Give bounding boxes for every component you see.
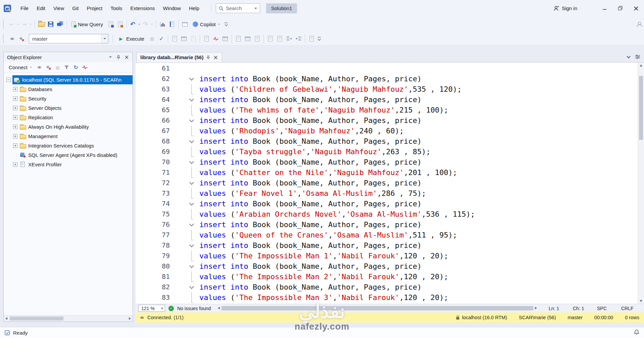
minimize-button[interactable] — [597, 0, 612, 16]
tree-item-management[interactable]: Management — [4, 131, 133, 141]
fold-collapse-icon[interactable] — [189, 115, 195, 126]
tree-item-replication[interactable]: Replication — [4, 113, 133, 122]
query-options-button[interactable] — [179, 34, 189, 44]
navigate-forward-button[interactable] — [20, 19, 33, 29]
fold-collapse-icon[interactable] — [189, 199, 195, 209]
code-line[interactable]: 82insert into Book (book_Name, Author, P… — [136, 282, 638, 292]
fold-collapse-icon[interactable] — [189, 157, 195, 167]
results-to-text-button[interactable] — [234, 34, 243, 44]
toolbar-overflow-button[interactable] — [223, 19, 229, 29]
oe-activity-button[interactable] — [81, 63, 89, 72]
execute-button[interactable]: Execute — [115, 34, 147, 44]
include-live-statistics-button[interactable] — [211, 34, 220, 44]
fold-collapse-icon[interactable] — [189, 94, 195, 105]
include-actual-plan-button[interactable] — [202, 34, 211, 44]
code-line[interactable]: 84insert into Book (book_Name, Author, P… — [136, 303, 638, 304]
specify-template-values-button[interactable] — [307, 34, 316, 44]
tree-item-server-objects[interactable]: Server Objects — [4, 103, 133, 113]
database-combo[interactable]: master — [29, 34, 108, 43]
scrollbar-thumb[interactable] — [10, 316, 63, 321]
new-query-button[interactable]: New Query — [68, 19, 106, 29]
scrollbar-thumb[interactable] — [639, 76, 643, 140]
parse-button[interactable] — [157, 34, 166, 44]
pin-icon[interactable] — [206, 55, 210, 59]
intellisense-enabled-button[interactable] — [189, 34, 198, 44]
code-line[interactable]: 68insert into Book (book_Name, Author, P… — [136, 136, 638, 146]
redo-button[interactable] — [141, 19, 154, 29]
close-tab-icon[interactable] — [213, 54, 218, 61]
collapse-box-icon[interactable] — [6, 78, 11, 82]
scroll-right-icon[interactable] — [129, 317, 131, 320]
code-line[interactable]: 80insert into Book (book_Name, Author, P… — [136, 261, 638, 271]
uncomment-selection-button[interactable] — [275, 34, 284, 44]
tree-item-security[interactable]: Security — [4, 94, 133, 103]
tree-item-sql-server-agent-agent-xps-disabled[interactable]: SQL Server Agent (Agent XPs disabled) — [4, 150, 133, 160]
registered-servers-button[interactable] — [167, 19, 177, 29]
expand-icon[interactable] — [13, 106, 17, 110]
results-to-grid-button[interactable] — [243, 34, 252, 44]
analysis-services-query-button[interactable] — [115, 19, 125, 29]
expand-icon[interactable] — [13, 134, 17, 138]
code-line[interactable]: 66insert into Book (book_Name, Author, P… — [136, 115, 638, 126]
menu-edit[interactable]: Edit — [33, 0, 49, 16]
scroll-right-icon[interactable] — [535, 307, 537, 309]
menu-help[interactable]: Help — [185, 0, 203, 16]
oe-stop-button[interactable] — [53, 63, 62, 72]
menu-view[interactable]: View — [49, 0, 68, 16]
scroll-left-icon[interactable] — [218, 307, 220, 309]
tree-item-server[interactable]: localhost (SQL Server 16.0.1170.5 - SCAR… — [4, 75, 133, 84]
code-line[interactable]: 77values ('Queen of the Cranes','Osama A… — [136, 230, 638, 240]
toolbar-grip[interactable] — [3, 34, 5, 43]
fold-collapse-icon[interactable] — [189, 240, 195, 251]
open-file-button[interactable] — [37, 19, 46, 29]
code-line[interactable]: 64insert into Book (book_Name, Author, P… — [136, 94, 638, 105]
editor-vscrollbar[interactable] — [638, 62, 644, 304]
scroll-down-button[interactable] — [638, 298, 644, 304]
code-line[interactable]: 65values ('The whims of fate','Naguib Ma… — [136, 105, 638, 115]
code-line[interactable]: 73values ('Fear Novel 1','Osama Al-Musli… — [136, 188, 638, 199]
code-line[interactable]: 70insert into Book (book_Name, Author, P… — [136, 157, 638, 167]
fold-collapse-icon[interactable] — [189, 178, 195, 188]
oe-connect-button[interactable] — [35, 63, 44, 72]
include-client-statistics-button[interactable] — [220, 34, 230, 44]
connect-button[interactable]: Connect — [6, 63, 35, 72]
expand-icon[interactable] — [13, 143, 17, 148]
display-estimated-plan-button[interactable] — [170, 34, 179, 44]
search-box[interactable]: Search — [216, 3, 260, 13]
code-line[interactable]: 69values ('Tayba struggle','Naguib Mahfo… — [136, 146, 638, 157]
tree-item-always-on-high-availability[interactable]: Always On High Availability — [4, 122, 133, 131]
oe-filter-button[interactable] — [62, 63, 71, 72]
code-line[interactable]: 61 — [136, 63, 638, 74]
editor-hscrollbar[interactable] — [216, 305, 539, 311]
close-panel-button[interactable] — [122, 53, 131, 61]
pin-button[interactable] — [114, 53, 122, 61]
save-all-button[interactable] — [55, 19, 65, 29]
code-line[interactable]: 72insert into Book (book_Name, Author, P… — [136, 178, 638, 188]
chevron-down-icon[interactable] — [101, 34, 108, 43]
solution-selector[interactable]: Solution1 — [266, 3, 297, 13]
expand-icon[interactable] — [13, 162, 17, 167]
results-to-file-button[interactable] — [252, 34, 262, 44]
menu-file[interactable]: File — [16, 0, 33, 16]
sign-in-button[interactable]: Sign in — [553, 5, 577, 11]
tree-item-integration-services-catalogs[interactable]: Integration Services Catalogs — [4, 141, 133, 150]
code-line[interactable]: 74insert into Book (book_Name, Author, P… — [136, 199, 638, 209]
decrease-indent-button[interactable] — [284, 34, 294, 44]
fold-collapse-icon[interactable] — [189, 261, 195, 271]
document-list-dropdown-icon[interactable] — [627, 54, 630, 58]
menu-extensions[interactable]: Extensions — [126, 0, 159, 16]
notifications-button[interactable] — [634, 329, 639, 336]
editor-options-icon[interactable] — [635, 55, 640, 59]
menu-project[interactable]: Project — [83, 0, 106, 16]
oe-disconnect-button[interactable] — [44, 63, 53, 72]
scrollbar-thumb[interactable] — [221, 306, 533, 310]
code-line[interactable]: 78insert into Book (book_Name, Author, P… — [136, 240, 638, 251]
increase-indent-button[interactable] — [294, 34, 303, 44]
change-connection-button[interactable] — [17, 34, 26, 44]
toolbar-grip[interactable] — [3, 20, 5, 29]
issues-label[interactable]: No issues found — [177, 306, 211, 311]
fold-collapse-icon[interactable] — [189, 219, 195, 230]
object-explorer-hscrollbar[interactable] — [4, 315, 133, 322]
server-selection[interactable]: localhost (SQL Server 16.0.1170.5 - SCAR… — [12, 75, 133, 84]
cancel-executing-query-button[interactable] — [147, 34, 157, 44]
